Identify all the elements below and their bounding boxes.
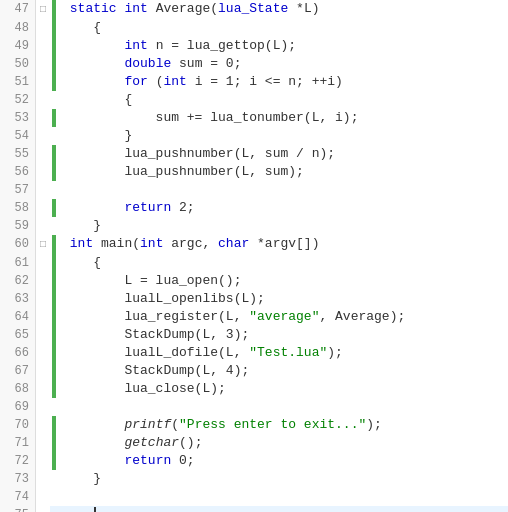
coverage-bar-empty bbox=[52, 91, 56, 109]
coverage-bar bbox=[52, 434, 56, 452]
code-row: 63 lualL_openlibs(L); bbox=[0, 290, 508, 308]
gutter bbox=[36, 452, 50, 470]
coverage-bar bbox=[52, 272, 56, 290]
code-content: int main(int argc, char *argv[]) bbox=[58, 235, 508, 254]
code-content: lualL_openlibs(L); bbox=[58, 290, 508, 308]
coverage-bar bbox=[52, 0, 56, 19]
coverage-bar bbox=[52, 199, 56, 217]
gutter bbox=[36, 362, 50, 380]
gutter bbox=[36, 398, 50, 416]
code-content: L = lua_open(); bbox=[58, 272, 508, 290]
line-number: 70 bbox=[0, 416, 36, 434]
coverage-bar bbox=[52, 73, 56, 91]
code-content: getchar(); bbox=[58, 434, 508, 452]
fold-indicator[interactable]: □ bbox=[36, 1, 50, 19]
coverage-bar-empty bbox=[52, 181, 56, 199]
code-token bbox=[62, 200, 124, 215]
gutter bbox=[36, 163, 50, 181]
code-token: main( bbox=[93, 236, 140, 251]
gutter bbox=[36, 127, 50, 145]
code-content: } bbox=[58, 127, 508, 145]
code-token: , Average); bbox=[319, 309, 405, 324]
code-content: lua_close(L); bbox=[58, 380, 508, 398]
code-content: { bbox=[58, 254, 508, 272]
code-token: lua_close(L); bbox=[62, 381, 226, 396]
code-token: return bbox=[124, 453, 171, 468]
code-content bbox=[58, 398, 508, 416]
code-token: lua_State bbox=[218, 1, 288, 16]
gutter bbox=[36, 506, 50, 512]
code-token: getchar bbox=[124, 435, 179, 450]
code-content: for (int i = 1; i <= n; ++i) bbox=[58, 73, 508, 91]
code-row: 50 double sum = 0; bbox=[0, 55, 508, 73]
code-row: 69 bbox=[0, 398, 508, 416]
code-token: lua_pushnumber(L, sum); bbox=[62, 164, 304, 179]
code-content: printf("Press enter to exit..."); bbox=[58, 416, 508, 434]
gutter bbox=[36, 181, 50, 199]
gutter bbox=[36, 217, 50, 235]
fold-indicator[interactable]: □ bbox=[36, 236, 50, 254]
code-token: *L) bbox=[288, 1, 319, 16]
coverage-bar bbox=[52, 452, 56, 470]
code-row: 74 bbox=[0, 488, 508, 506]
gutter bbox=[36, 91, 50, 109]
code-token: 0; bbox=[171, 453, 194, 468]
code-content: { bbox=[58, 19, 508, 37]
code-token bbox=[62, 236, 70, 251]
coverage-bar bbox=[52, 109, 56, 127]
code-row: 49 int n = lua_gettop(L); bbox=[0, 37, 508, 55]
coverage-bar bbox=[52, 254, 56, 272]
line-number: 62 bbox=[0, 272, 36, 290]
code-token bbox=[62, 74, 124, 89]
code-token: ); bbox=[327, 345, 343, 360]
code-token: } bbox=[62, 128, 132, 143]
code-token: L = lua_open(); bbox=[62, 273, 241, 288]
code-editor: 47□ static int Average(lua_State *L)48 {… bbox=[0, 0, 508, 512]
code-row: 72 return 0; bbox=[0, 452, 508, 470]
line-number: 48 bbox=[0, 19, 36, 37]
code-row: 53 sum += lua_tonumber(L, i); bbox=[0, 109, 508, 127]
code-token: double bbox=[124, 56, 171, 71]
code-row: 59 } bbox=[0, 217, 508, 235]
line-number: 57 bbox=[0, 181, 36, 199]
coverage-bar-empty bbox=[52, 470, 56, 488]
line-number: 65 bbox=[0, 326, 36, 344]
gutter bbox=[36, 380, 50, 398]
code-token bbox=[62, 507, 93, 512]
coverage-bar bbox=[52, 37, 56, 55]
code-token: lua_register(L, bbox=[62, 309, 249, 324]
gutter bbox=[36, 416, 50, 434]
code-token: ); bbox=[366, 417, 382, 432]
line-number: 50 bbox=[0, 55, 36, 73]
code-token: "average" bbox=[249, 309, 319, 324]
gutter bbox=[36, 145, 50, 163]
code-token: for bbox=[124, 74, 147, 89]
line-number: 71 bbox=[0, 434, 36, 452]
code-token bbox=[62, 1, 70, 16]
code-token: lualL_dofile(L, bbox=[62, 345, 249, 360]
line-number: 66 bbox=[0, 344, 36, 362]
coverage-bar bbox=[52, 416, 56, 434]
coverage-bar bbox=[52, 163, 56, 181]
code-row: 67 StackDump(L, 4); bbox=[0, 362, 508, 380]
code-token: argc, bbox=[163, 236, 218, 251]
code-content: lua_pushnumber(L, sum / n); bbox=[58, 145, 508, 163]
code-row: 58 return 2; bbox=[0, 199, 508, 217]
code-token bbox=[62, 56, 124, 71]
code-token: char bbox=[218, 236, 249, 251]
coverage-bar bbox=[52, 290, 56, 308]
code-token: int bbox=[70, 236, 93, 251]
code-token: int bbox=[124, 1, 147, 16]
code-token: printf bbox=[124, 417, 171, 432]
line-number: 67 bbox=[0, 362, 36, 380]
coverage-bar bbox=[52, 344, 56, 362]
coverage-bar bbox=[52, 145, 56, 163]
gutter bbox=[36, 199, 50, 217]
code-token: int bbox=[124, 38, 147, 53]
line-number: 56 bbox=[0, 163, 36, 181]
gutter bbox=[36, 434, 50, 452]
code-row: 55 lua_pushnumber(L, sum / n); bbox=[0, 145, 508, 163]
gutter bbox=[36, 326, 50, 344]
code-token: *argv[]) bbox=[249, 236, 319, 251]
code-token: int bbox=[140, 236, 163, 251]
